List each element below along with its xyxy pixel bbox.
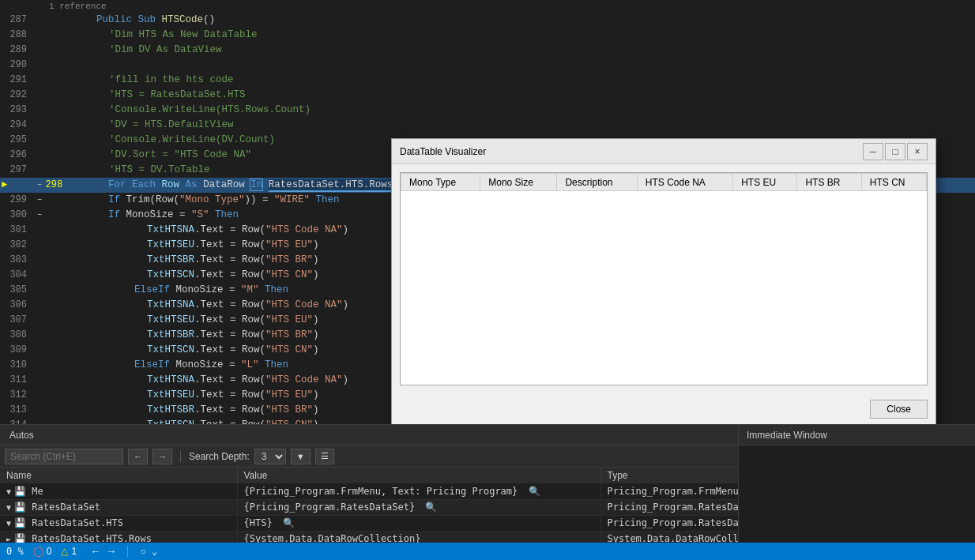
- col-mono-type[interactable]: Mono Type: [401, 174, 480, 191]
- row-icon: 💾: [14, 502, 26, 513]
- search-depth-select[interactable]: 3 1 2 4 5: [254, 449, 286, 464]
- nav-back-btn[interactable]: ←: [92, 546, 99, 558]
- col-description[interactable]: Description: [557, 174, 637, 191]
- nav-forward-btn[interactable]: →: [108, 546, 115, 558]
- dialog-titlebar[interactable]: DataTable Visualizer ─ □ ×: [392, 139, 935, 164]
- warning-count: 1: [71, 546, 77, 557]
- search-input[interactable]: [5, 449, 123, 464]
- dialog-footer: Close: [392, 393, 935, 425]
- col-hts-br[interactable]: HTS BR: [797, 174, 861, 191]
- row-name[interactable]: ▼💾 RatesDataSet: [0, 499, 237, 515]
- col-mono-size[interactable]: Mono Size: [480, 174, 557, 191]
- status-errors: ◯ 0: [33, 546, 52, 557]
- row-value: {Pricing_Program.FrmMenu, Text: Pricing …: [237, 483, 600, 499]
- immediate-header: Immediate Window: [739, 425, 975, 445]
- row-icon: 💾: [14, 517, 26, 528]
- search-back-button[interactable]: ←: [128, 449, 148, 464]
- col-name[interactable]: Name: [0, 468, 237, 483]
- row-icon: 💾: [14, 533, 26, 543]
- expand-arrow-icon[interactable]: ▼: [6, 519, 11, 528]
- col-value[interactable]: Value: [237, 468, 600, 483]
- row-value: {Pricing_Program.RatesDataSet} 🔍: [237, 499, 600, 515]
- toolbar-separator: [180, 451, 181, 462]
- dialog-table-header-row: Mono Type Mono Size Description HTS Code…: [401, 174, 927, 191]
- dialog-close-button[interactable]: ×: [907, 143, 928, 160]
- dialog-title: DataTable Visualizer: [400, 146, 863, 157]
- immediate-window-title: Immediate Window: [747, 430, 827, 441]
- row-value: {HTS} 🔍: [237, 515, 600, 531]
- filter-button[interactable]: ▼: [291, 449, 311, 464]
- warning-icon: △: [61, 546, 68, 557]
- col-hts-eu[interactable]: HTS EU: [733, 174, 797, 191]
- immediate-window: Immediate Window: [738, 424, 975, 543]
- row-icon: 💾: [14, 486, 26, 497]
- search-depth-label: Search Depth:: [189, 451, 250, 462]
- expand-arrow-icon[interactable]: ▼: [6, 487, 11, 496]
- col-hts-code-na[interactable]: HTS Code NA: [637, 174, 732, 191]
- row-name[interactable]: ▼💾 Me: [0, 483, 237, 499]
- code-line-289: 289 'Dim DV As DataView: [0, 43, 975, 58]
- visualizer-icon[interactable]: 🔍: [522, 486, 540, 497]
- columns-button[interactable]: ☰: [315, 449, 334, 464]
- dialog-close-btn[interactable]: Close: [870, 400, 928, 419]
- row-name[interactable]: ▼💾 RatesDataSet.HTS: [0, 515, 237, 531]
- datatable-visualizer-dialog[interactable]: DataTable Visualizer ─ □ × Mono Type Mon…: [391, 138, 936, 426]
- search-forward-button[interactable]: →: [152, 449, 172, 464]
- expand-arrow-icon[interactable]: ►: [6, 535, 11, 543]
- error-count: 0: [47, 546, 52, 557]
- dialog-minimize-button[interactable]: ─: [863, 143, 883, 160]
- status-extra-icon[interactable]: ○ ⌄: [141, 546, 158, 558]
- row-name[interactable]: ►💾 RatesDataSet.HTS.Rows: [0, 531, 237, 543]
- dialog-maximize-button[interactable]: □: [885, 143, 905, 160]
- row-value: {System.Data.DataRowCollection}: [237, 531, 600, 543]
- expand-arrow-icon[interactable]: ▼: [6, 503, 11, 512]
- visualizer-icon[interactable]: 🔍: [277, 517, 295, 528]
- status-separator: [127, 546, 128, 557]
- dialog-controls: ─ □ ×: [863, 143, 928, 160]
- col-hts-cn[interactable]: HTS CN: [861, 174, 926, 191]
- bottom-panel-title: Autos: [0, 430, 43, 441]
- status-bar: 0 % ◯ 0 △ 1 ← → ○ ⌄: [0, 543, 975, 560]
- zoom-level: 0 %: [6, 546, 24, 557]
- dialog-content: Mono Type Mono Size Description HTS Code…: [392, 164, 935, 393]
- visualizer-icon[interactable]: 🔍: [420, 502, 437, 513]
- status-warnings: △ 1: [61, 546, 77, 557]
- error-icon: ◯: [33, 546, 43, 557]
- dialog-data-grid[interactable]: Mono Type Mono Size Description HTS Code…: [400, 172, 928, 385]
